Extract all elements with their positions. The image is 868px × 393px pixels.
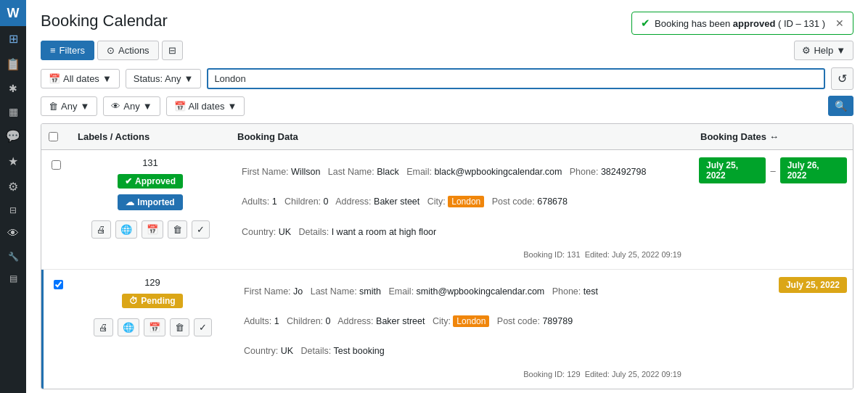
admin-section: Booking Calendar ✔ Booking has been appr… bbox=[26, 0, 868, 393]
check-button-129[interactable]: ✓ bbox=[194, 318, 212, 336]
check-icon: ✔ bbox=[641, 17, 650, 30]
filters-button[interactable]: ≡ Filters bbox=[41, 41, 94, 60]
main-content: Booking Calendar ✔ Booking has been appr… bbox=[26, 0, 868, 393]
print-button-131[interactable]: 🖨 bbox=[91, 220, 111, 239]
toolbar: ≡ Filters ⊙ Actions ⊟ ⚙ Help ▼ bbox=[41, 41, 853, 60]
filter-row-2: 🗑 Any ▼ 👁 Any ▼ 📅 All dates ▼ 🔍 bbox=[41, 96, 853, 116]
booking-meta-131: Booking ID: 131 Edited: July 25, 2022 09… bbox=[236, 247, 687, 262]
row-actions-131: 🖨 🌐 📅 🗑 ✓ bbox=[91, 220, 210, 239]
calendar-icon-2: 📅 bbox=[174, 101, 186, 112]
row-check-129 bbox=[44, 270, 73, 389]
row-data-129: First Name: Jo Last Name: smith Email: s… bbox=[232, 270, 693, 389]
date-dash: – bbox=[770, 165, 775, 176]
delete-button-131[interactable]: 🗑 bbox=[168, 220, 187, 239]
filter-row-1: 📅 All dates ▼ Status: Any ▼ ↺ bbox=[41, 67, 853, 90]
web-button-131[interactable]: 🌐 bbox=[115, 220, 137, 239]
check-icon: ✔ bbox=[125, 176, 132, 186]
search-icon: 🔍 bbox=[835, 100, 847, 112]
notification-bar: ✔ Booking has been approved ( ID – 131 )… bbox=[631, 12, 853, 35]
sidebar-item-home[interactable]: ⊞ bbox=[0, 26, 26, 51]
row-labels-131: 131 ✔ Approved ☁ Imported 🖨 🌐 📅 🗑 bbox=[70, 150, 230, 269]
sidebar-item-booking[interactable]: 📋 bbox=[0, 51, 26, 77]
cloud-icon: ☁ bbox=[126, 197, 134, 207]
help-button[interactable]: ⚙ Help ▼ bbox=[794, 41, 853, 60]
calendar-icon: 📅 bbox=[49, 73, 60, 84]
row-checkbox-131[interactable] bbox=[52, 160, 61, 170]
sidebar-item-grid[interactable]: ▤ bbox=[0, 268, 26, 289]
chevron-down-icon: ▼ bbox=[836, 45, 846, 56]
table-header: Labels / Actions Booking Data Booking Da… bbox=[41, 124, 853, 150]
chevron-down-icon: ▼ bbox=[143, 101, 152, 112]
filters-icon: ≡ bbox=[50, 45, 56, 56]
help-icon: ⚙ bbox=[802, 45, 811, 56]
eye-icon: 👁 bbox=[111, 101, 120, 112]
chevron-down-icon: ▼ bbox=[184, 73, 194, 84]
date-from-129: July 25, 2022 bbox=[779, 277, 847, 293]
sliders-icon: ⊟ bbox=[168, 45, 176, 56]
notification-text: Booking has been approved ( ID – 131 ) bbox=[655, 18, 825, 29]
row-checkbox-129[interactable] bbox=[54, 280, 63, 289]
trash-icon: 🗑 bbox=[49, 101, 58, 112]
city-highlight-129: London bbox=[453, 315, 489, 327]
status-badge-approved: ✔ Approved bbox=[118, 174, 183, 189]
print-button-129[interactable]: 🖨 bbox=[94, 318, 113, 336]
sort-icon[interactable]: ↔ bbox=[769, 131, 779, 142]
select-all-checkbox[interactable] bbox=[49, 132, 58, 141]
sidebar-item-plugins[interactable]: ⊟ bbox=[0, 199, 26, 221]
actions-button[interactable]: ⊙ Actions bbox=[97, 41, 159, 60]
status-filter[interactable]: Status: Any ▼ bbox=[126, 69, 202, 88]
date-from-131: July 25, 2022 bbox=[699, 157, 766, 183]
col-labels-header: Labels / Actions bbox=[70, 128, 230, 145]
row-data-131: First Name: Willson Last Name: Black Ema… bbox=[230, 150, 693, 269]
sidebar-item-wrench[interactable]: 🔧 bbox=[0, 246, 26, 268]
table-row: 131 ✔ Approved ☁ Imported 🖨 🌐 📅 🗑 bbox=[41, 150, 853, 270]
col-check bbox=[41, 128, 70, 145]
date-range-131: July 25, 2022 – July 26, 2022 bbox=[699, 157, 847, 183]
clock-icon: ⏱ bbox=[129, 296, 138, 306]
web-button-129[interactable]: 🌐 bbox=[118, 318, 139, 336]
city-highlight-131: London bbox=[448, 196, 484, 207]
search-input[interactable] bbox=[207, 68, 825, 89]
booking-meta-129: Booking ID: 129 Edited: July 25, 2022 09… bbox=[238, 367, 687, 381]
date-to-131: July 26, 2022 bbox=[780, 157, 847, 183]
trash-filter[interactable]: 🗑 Any ▼ bbox=[41, 96, 97, 116]
sidebar-item-tools[interactable]: ✱ bbox=[0, 77, 26, 100]
sidebar-logo: W bbox=[0, 0, 26, 26]
wp-icon: W bbox=[7, 6, 20, 21]
chevron-down-icon: ▼ bbox=[102, 73, 112, 84]
delete-button-129[interactable]: 🗑 bbox=[170, 318, 189, 336]
sidebar-item-settings[interactable]: ⚙ bbox=[0, 174, 26, 199]
status-badge-imported: ☁ Imported bbox=[118, 194, 182, 210]
calendar-button-129[interactable]: 📅 bbox=[144, 318, 165, 336]
toolbar-right: ⚙ Help ▼ bbox=[794, 41, 853, 60]
refresh-button[interactable]: ↺ bbox=[831, 67, 853, 90]
eye-filter[interactable]: 👁 Any ▼ bbox=[103, 96, 160, 116]
chevron-down-icon: ▼ bbox=[227, 101, 237, 112]
date-filter[interactable]: 📅 All dates ▼ bbox=[41, 69, 120, 88]
date-filter-2[interactable]: 📅 All dates ▼ bbox=[166, 96, 245, 116]
actions-icon: ⊙ bbox=[107, 45, 115, 56]
booking-id-129: 129 bbox=[144, 277, 160, 288]
search-button[interactable]: 🔍 bbox=[828, 96, 853, 116]
row-dates-129: July 25, 2022 bbox=[693, 270, 853, 389]
sidebar-item-eye[interactable]: 👁 bbox=[0, 221, 26, 246]
col-data-header: Booking Data bbox=[230, 128, 693, 145]
toolbar-left: ≡ Filters ⊙ Actions ⊟ bbox=[41, 41, 183, 60]
sidebar: W ⊞ 📋 ✱ ▦ 💬 ★ ⚙ ⊟ 👁 🔧 ▤ bbox=[0, 0, 26, 393]
row-actions-129: 🖨 🌐 📅 🗑 ✓ bbox=[94, 318, 212, 336]
notification-close-icon[interactable]: ✕ bbox=[835, 17, 844, 29]
row-check-131 bbox=[41, 150, 70, 269]
chevron-down-icon: ▼ bbox=[80, 101, 89, 112]
booking-id-131: 131 bbox=[142, 157, 158, 168]
sidebar-item-calendar[interactable]: ▦ bbox=[0, 100, 26, 123]
bookings-table: Labels / Actions Booking Data Booking Da… bbox=[41, 123, 853, 389]
check-button-131[interactable]: ✓ bbox=[192, 220, 210, 239]
calendar-button-131[interactable]: 📅 bbox=[142, 220, 163, 239]
sidebar-item-comments[interactable]: 💬 bbox=[0, 123, 26, 149]
refresh-icon: ↺ bbox=[838, 72, 847, 86]
col-dates-header: Booking Dates ↔ bbox=[693, 128, 853, 145]
sidebar-item-star[interactable]: ★ bbox=[0, 149, 26, 174]
settings-button[interactable]: ⊟ bbox=[162, 41, 183, 60]
row-labels-129: 129 ⏱ Pending 🖨 🌐 📅 🗑 ✓ bbox=[73, 270, 232, 389]
table-row-129: 129 ⏱ Pending 🖨 🌐 📅 🗑 ✓ Fir bbox=[41, 270, 853, 389]
